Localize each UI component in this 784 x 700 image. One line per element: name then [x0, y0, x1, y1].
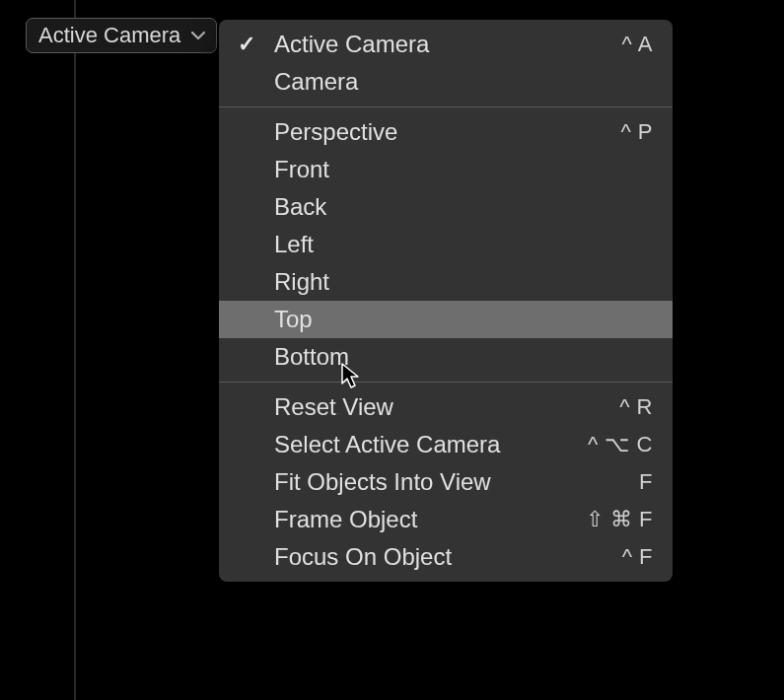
menu-item-left[interactable]: Left: [219, 226, 673, 263]
viewport-divider: [74, 0, 76, 700]
menu-item-label: Frame Object: [274, 506, 586, 533]
menu-item-label: Back: [274, 193, 653, 221]
menu-item-shortcut: ^ ⌥ C: [588, 432, 653, 457]
chevron-down-icon: [190, 31, 206, 40]
menu-item-label: Select Active Camera: [274, 431, 588, 458]
menu-item-label: Left: [274, 231, 653, 258]
menu-item-label: Fit Objects Into View: [274, 468, 639, 496]
menu-item-frame-object[interactable]: Frame Object⇧ ⌘ F: [219, 501, 673, 538]
camera-view-dropdown-label: Active Camera: [38, 23, 180, 48]
menu-item-select-active-camera[interactable]: Select Active Camera^ ⌥ C: [219, 426, 673, 463]
menu-item-shortcut: ^ A: [622, 32, 653, 57]
menu-item-shortcut: ^ F: [622, 544, 653, 570]
menu-item-back[interactable]: Back: [219, 188, 673, 226]
menu-item-perspective[interactable]: Perspective^ P: [219, 113, 673, 151]
menu-item-focus-on-object[interactable]: Focus On Object^ F: [219, 538, 673, 576]
camera-view-menu: ✓Active Camera^ ACameraPerspective^ PFro…: [219, 20, 673, 582]
menu-item-top[interactable]: Top: [219, 301, 673, 338]
menu-item-label: Perspective: [274, 118, 620, 146]
check-column: ✓: [219, 32, 274, 57]
menu-item-label: Bottom: [274, 343, 653, 371]
menu-item-label: Right: [274, 268, 653, 296]
menu-item-camera[interactable]: Camera: [219, 63, 673, 101]
menu-item-fit-objects-into-view[interactable]: Fit Objects Into ViewF: [219, 463, 673, 501]
menu-item-shortcut: ^ R: [619, 394, 653, 420]
menu-separator: [219, 382, 673, 383]
menu-item-shortcut: F: [639, 469, 653, 495]
checkmark-icon: ✓: [238, 32, 255, 57]
menu-item-label: Camera: [274, 68, 653, 96]
menu-item-label: Top: [274, 306, 653, 333]
menu-item-label: Front: [274, 156, 653, 183]
camera-view-dropdown[interactable]: Active Camera: [26, 18, 217, 53]
menu-item-reset-view[interactable]: Reset View^ R: [219, 388, 673, 426]
menu-item-bottom[interactable]: Bottom: [219, 338, 673, 376]
menu-separator: [219, 106, 673, 107]
menu-item-active-camera[interactable]: ✓Active Camera^ A: [219, 26, 673, 63]
menu-item-label: Active Camera: [274, 31, 622, 58]
menu-item-label: Reset View: [274, 393, 619, 421]
menu-item-label: Focus On Object: [274, 543, 622, 571]
menu-item-right[interactable]: Right: [219, 263, 673, 301]
menu-item-shortcut: ⇧ ⌘ F: [586, 507, 653, 532]
menu-item-front[interactable]: Front: [219, 151, 673, 188]
menu-item-shortcut: ^ P: [620, 119, 653, 145]
